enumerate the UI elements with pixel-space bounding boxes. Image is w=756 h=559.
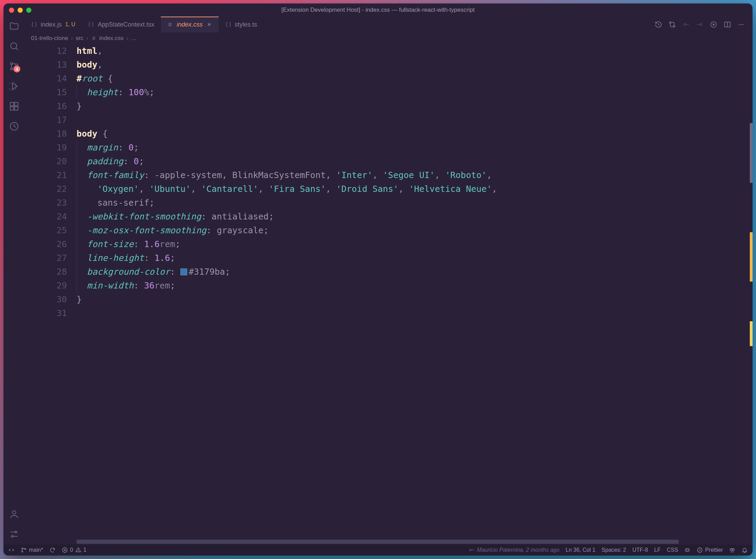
svg-point-2 xyxy=(10,68,12,70)
breadcrumb-item[interactable]: ... xyxy=(131,35,136,42)
code-line[interactable]: 15 height: 100%; xyxy=(25,86,746,99)
line-number: 30 xyxy=(25,293,77,306)
close-icon[interactable]: × xyxy=(206,21,212,28)
svg-point-29 xyxy=(688,550,689,550)
explorer-icon[interactable] xyxy=(9,21,20,32)
code-line[interactable]: 21 font-family: -apple-system, BlinkMacS… xyxy=(25,168,746,182)
code-line[interactable]: 31 xyxy=(25,306,746,320)
source-control-icon[interactable]: 4 xyxy=(9,61,20,72)
code-content: } xyxy=(77,293,82,306)
sb-problems[interactable]: 0 1 xyxy=(62,547,87,553)
code-editor[interactable]: 12html,13body,14#root {15 height: 100%;1… xyxy=(25,44,753,539)
sb-eol[interactable]: LF xyxy=(654,547,661,553)
code-content: html, xyxy=(77,44,102,58)
chevron-right-icon: › xyxy=(127,35,129,42)
line-number: 19 xyxy=(25,141,77,155)
code-content: -moz-osx-font-smoothing: grayscale; xyxy=(77,224,269,237)
sb-bell-icon[interactable] xyxy=(742,547,748,553)
split-editor-icon[interactable] xyxy=(724,21,731,28)
extensions-icon[interactable] xyxy=(9,101,20,112)
debug-icon[interactable] xyxy=(9,81,20,92)
sb-sync-icon[interactable] xyxy=(49,547,56,553)
prev-change-icon[interactable] xyxy=(682,21,690,28)
history-icon[interactable] xyxy=(655,21,662,28)
sb-cursor-position[interactable]: Ln 36, Col 1 xyxy=(566,547,595,553)
hash-icon xyxy=(167,21,173,28)
tab-appstatecontext-tsx[interactable]: AppStateContext.tsx xyxy=(82,17,161,32)
code-content: #root { xyxy=(77,72,113,86)
tab-index-js[interactable]: index.js1, U xyxy=(25,17,82,32)
svg-point-19 xyxy=(739,24,740,25)
sb-indentation[interactable]: Spaces: 2 xyxy=(601,547,626,553)
window-minimize-button[interactable] xyxy=(18,8,23,13)
code-line[interactable]: 26 font-size: 1.6rem; xyxy=(25,237,746,251)
code-content xyxy=(77,306,82,320)
window-zoom-button[interactable] xyxy=(26,8,31,13)
svg-point-32 xyxy=(732,549,734,551)
sb-prettier[interactable]: Prettier xyxy=(697,547,723,553)
code-line[interactable]: 23 sans-serif; xyxy=(25,196,746,210)
hscroll-thumb[interactable] xyxy=(77,540,679,544)
sb-branch[interactable]: main* xyxy=(21,547,43,553)
horizontal-scrollbar[interactable] xyxy=(77,539,746,545)
code-line[interactable]: 27 line-height: 1.6; xyxy=(25,251,746,265)
more-actions-icon[interactable] xyxy=(737,21,745,28)
code-line[interactable]: 14#root { xyxy=(25,72,746,86)
line-number: 23 xyxy=(25,196,77,210)
svg-point-28 xyxy=(686,550,687,550)
svg-rect-6 xyxy=(14,102,18,106)
activity-bar: 4 xyxy=(3,17,25,545)
svg-point-21 xyxy=(743,24,744,25)
settings-icon[interactable] xyxy=(9,529,20,540)
code-line[interactable]: 20 padding: 0; xyxy=(25,155,746,168)
accounts-icon[interactable] xyxy=(9,509,20,520)
sb-errors: 0 xyxy=(70,547,73,553)
sb-encoding[interactable]: UTF-8 xyxy=(633,547,648,553)
sb-copilot-icon[interactable] xyxy=(684,547,690,553)
sb-remote-icon[interactable] xyxy=(8,547,14,553)
sb-blame-text: Mauricio Paternina, 2 months ago xyxy=(477,547,559,553)
breadcrumb-item[interactable]: 01-trello-clone xyxy=(31,35,68,42)
tab-styles-ts[interactable]: styles.ts xyxy=(219,17,264,32)
svg-point-20 xyxy=(741,24,742,25)
sb-warnings: 1 xyxy=(83,547,87,553)
tab-index-css[interactable]: index.css× xyxy=(161,17,219,32)
code-line[interactable]: 22 'Oxygen', 'Ubuntu', 'Cantarell', 'Fir… xyxy=(25,182,746,196)
svg-point-16 xyxy=(700,23,702,26)
status-bar: main* 0 1 Mauricio Paternina, 2 months a… xyxy=(3,545,753,556)
sb-git-blame[interactable]: Mauricio Paternina, 2 months ago xyxy=(469,547,559,553)
code-line[interactable]: 19 margin: 0; xyxy=(25,141,746,155)
svg-point-11 xyxy=(15,531,17,533)
code-line[interactable]: 12html, xyxy=(25,44,746,58)
code-line[interactable]: 29 min-width: 36rem; xyxy=(25,279,746,293)
svg-rect-8 xyxy=(14,107,18,110)
code-line[interactable]: 24 -webkit-font-smoothing: antialiased; xyxy=(25,210,746,224)
breadcrumb-item[interactable]: index.css xyxy=(99,35,124,42)
timeline-icon[interactable] xyxy=(9,121,20,132)
code-line[interactable]: 17 xyxy=(25,113,746,127)
code-line[interactable]: 30} xyxy=(25,293,746,306)
next-change-icon[interactable] xyxy=(696,21,704,28)
code-line[interactable]: 18body { xyxy=(25,127,746,141)
code-line[interactable]: 25 -moz-osx-font-smoothing: grayscale; xyxy=(25,224,746,237)
code-line[interactable]: 16} xyxy=(25,99,746,113)
search-icon[interactable] xyxy=(9,41,20,52)
line-number: 25 xyxy=(25,224,77,237)
code-line[interactable]: 28 background-color: #3179ba; xyxy=(25,265,746,279)
line-number: 12 xyxy=(25,44,77,58)
code-content: padding: 0; xyxy=(77,155,144,168)
svg-rect-5 xyxy=(10,102,14,106)
window-close-button[interactable] xyxy=(9,8,14,13)
run-icon[interactable] xyxy=(710,21,717,28)
line-number: 20 xyxy=(25,155,77,168)
svg-point-14 xyxy=(673,26,675,27)
braces-icon xyxy=(31,21,37,28)
breadcrumb-item[interactable]: src xyxy=(76,35,83,42)
code-line[interactable]: 13body, xyxy=(25,58,746,72)
code-content: min-width: 36rem; xyxy=(77,279,175,293)
breadcrumbs[interactable]: 01-trello-clone›src›index.css›... xyxy=(25,32,753,44)
sb-feedback-icon[interactable] xyxy=(729,547,735,553)
git-compare-icon[interactable] xyxy=(668,21,676,28)
hash-icon xyxy=(91,36,97,41)
sb-language[interactable]: CSS xyxy=(667,547,678,553)
